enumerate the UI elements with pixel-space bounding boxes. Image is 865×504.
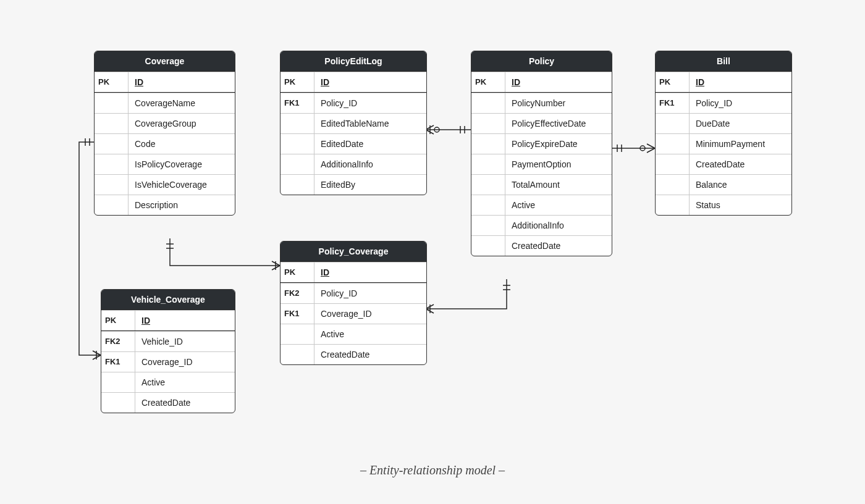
field-row: Active (101, 372, 235, 392)
field-row: CoverageGroup (95, 113, 235, 133)
field-row: CoverageName (95, 93, 235, 113)
field-row: Balance (656, 174, 791, 195)
field-row: IsVehicleCoverage (95, 174, 235, 195)
field-row: TotalAmount (471, 174, 612, 195)
field-row: FK1Policy_ID (281, 93, 426, 113)
field-row: PolicyNumber (471, 93, 612, 113)
field-row: Code (95, 133, 235, 154)
field-row: Active (471, 195, 612, 215)
diagram-caption: – Entity-relationship model – (0, 463, 865, 477)
entity-title: Vehicle_Coverage (101, 290, 235, 310)
entity-vehiclecoverage: Vehicle_Coverage PK ID FK2Vehicle_ID FK1… (101, 289, 235, 413)
field-row: Active (281, 324, 426, 344)
pk-row: PK ID (471, 72, 612, 92)
field-row: CreatedDate (281, 344, 426, 364)
field-row: CreatedDate (471, 235, 612, 256)
field-row: EditedDate (281, 133, 426, 154)
field-row: PaymentOption (471, 154, 612, 174)
field-row: FK1Coverage_ID (101, 351, 235, 372)
svg-point-0 (434, 127, 439, 132)
field-row: Status (656, 195, 791, 215)
entity-bill: Bill PK ID FK1Policy_ID DueDate MinimumP… (655, 51, 792, 216)
entity-title: Coverage (95, 51, 235, 72)
pk-row: PK ID (101, 310, 235, 330)
entity-title: Policy (471, 51, 612, 72)
field-row: FK1Coverage_ID (281, 303, 426, 324)
field-row: EditedTableName (281, 113, 426, 133)
pk-row: PK ID (281, 72, 426, 92)
field-row: CreatedDate (656, 154, 791, 174)
field-row: Description (95, 195, 235, 215)
rel-policy-policycoverage (426, 279, 507, 309)
entity-title: PolicyEditLog (281, 51, 426, 72)
svg-point-1 (640, 146, 645, 151)
field-row: FK1Policy_ID (656, 93, 791, 113)
rel-coverage-policycoverage (170, 238, 280, 266)
pk-row: PK ID (656, 72, 791, 92)
pk-row: PK ID (95, 72, 235, 92)
field-row: FK2Policy_ID (281, 283, 426, 303)
pk-field: ID (129, 72, 235, 92)
er-diagram-canvas: Coverage PK ID CoverageName CoverageGrou… (0, 0, 865, 504)
field-row: CreatedDate (101, 392, 235, 413)
field-row: DueDate (656, 113, 791, 133)
entity-policy: Policy PK ID PolicyNumber PolicyEffectiv… (471, 51, 612, 256)
entity-coverage: Coverage PK ID CoverageName CoverageGrou… (94, 51, 235, 216)
field-row: PolicyEffectiveDate (471, 113, 612, 133)
entity-policyeditlog: PolicyEditLog PK ID FK1Policy_ID EditedT… (280, 51, 427, 195)
entity-title: Bill (656, 51, 791, 72)
field-row: EditedBy (281, 174, 426, 195)
field-row: FK2Vehicle_ID (101, 331, 235, 351)
field-row: AdditionalInfo (281, 154, 426, 174)
field-row: AdditionalInfo (471, 215, 612, 235)
field-row: IsPolicyCoverage (95, 154, 235, 174)
key-label: PK (95, 72, 129, 92)
pk-row: PK ID (281, 262, 426, 282)
entity-title: Policy_Coverage (281, 242, 426, 262)
entity-policycoverage: Policy_Coverage PK ID FK2Policy_ID FK1Co… (280, 241, 427, 365)
field-row: MinimumPayment (656, 133, 791, 154)
field-row: PolicyExpireDate (471, 133, 612, 154)
